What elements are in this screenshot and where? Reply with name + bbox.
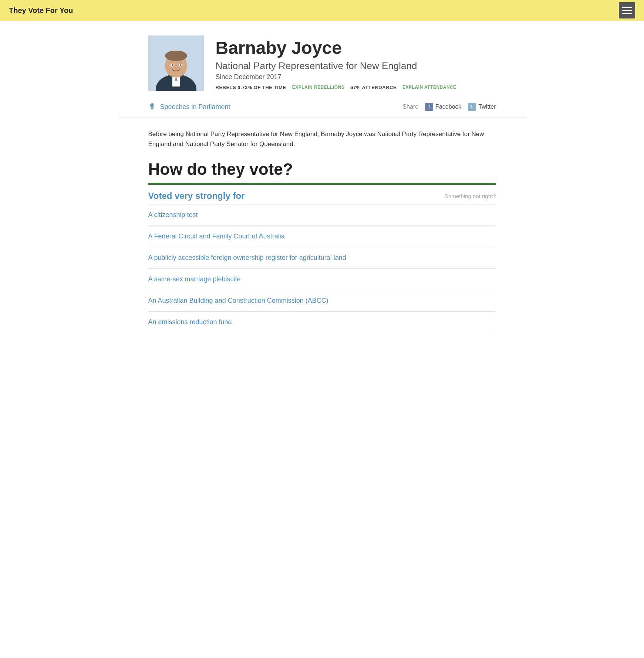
hamburger-line-2 [622,10,632,11]
profile-stats: REBELS 0.73% OF THE TIME EXPLAIN REBELLI… [216,85,456,90]
vote-list-item: An emissions reduction fund [148,312,496,333]
svg-point-9 [172,64,173,66]
vote-item-link-4[interactable]: An Australian Building and Construction … [148,297,328,304]
vote-list-item: An Australian Building and Construction … [148,290,496,312]
svg-point-6 [165,51,187,61]
twitter-label: Twitter [478,104,496,110]
bio-text: Before being National Party Representati… [148,129,496,149]
vote-item-link-3[interactable]: A same-sex marriage plebiscite [148,275,241,283]
vote-item-link-0[interactable]: A citizenship test [148,211,198,218]
profile-photo [148,35,204,91]
speeches-label: Speeches in Parliament [160,103,230,111]
something-not-right-link[interactable]: Something not right? [445,193,496,199]
vote-item-link-1[interactable]: A Federal Circuit and Family Court of Au… [148,233,285,240]
voted-header: Voted very strongly for Something not ri… [148,185,496,204]
profile-section: Barnaby Joyce National Party Representat… [119,35,526,91]
bio-section: Before being National Party Representati… [119,129,526,149]
vote-list-item: A citizenship test [148,204,496,226]
twitter-share-button[interactable]: 𝕏 Twitter [468,103,496,111]
vote-list-item: A publicly accessible foreign ownership … [148,247,496,269]
facebook-icon: f [425,103,433,111]
site-title: They Vote For You [9,6,73,15]
explain-attendance-link[interactable]: EXPLAIN ATTENDANCE [402,85,456,90]
facebook-share-button[interactable]: f Facebook [425,103,461,111]
hamburger-button[interactable] [619,2,635,18]
action-bar: 🎙 Speeches in Parliament Share f Faceboo… [119,102,526,118]
hamburger-line-1 [622,7,632,8]
twitter-icon: 𝕏 [468,103,476,111]
share-label: Share [402,104,418,110]
vote-list-item: A Federal Circuit and Family Court of Au… [148,226,496,247]
hamburger-line-3 [622,13,632,14]
podium-icon: 🎙 [148,102,156,112]
profile-role: National Party Representative for New En… [216,60,456,72]
vote-section: How do they vote? Voted very strongly fo… [119,160,526,333]
profile-name: Barnaby Joyce [216,38,456,58]
vote-list: A citizenship testA Federal Circuit and … [148,204,496,333]
rebels-stat-label: REBELS 0.73% OF THE TIME [216,85,286,90]
vote-list-item: A same-sex marriage plebiscite [148,269,496,290]
vote-heading: How do they vote? [148,160,496,179]
vote-item-link-2[interactable]: A publicly accessible foreign ownership … [148,254,346,261]
svg-point-10 [180,64,181,66]
profile-since: Since December 2017 [216,73,456,81]
attendance-stat-label: 67% ATTENDANCE [350,85,397,90]
explain-rebellions-link[interactable]: EXPLAIN REBELLIONS [292,85,345,90]
facebook-label: Facebook [435,104,461,110]
vote-item-link-5[interactable]: An emissions reduction fund [148,318,232,326]
speeches-link[interactable]: 🎙 Speeches in Parliament [148,102,230,112]
share-area: Share f Facebook 𝕏 Twitter [402,103,496,111]
voted-strongly-label: Voted very strongly for [148,191,245,201]
profile-info: Barnaby Joyce National Party Representat… [216,35,456,90]
site-header: They Vote For You [0,0,644,21]
